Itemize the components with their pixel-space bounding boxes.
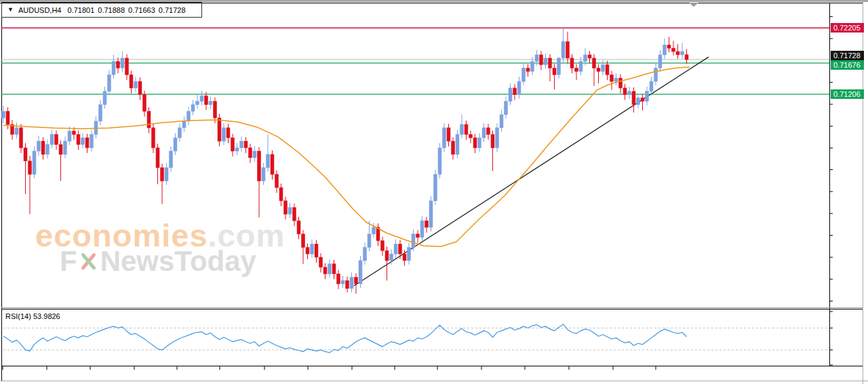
resistance-price-label: 0.72205: [831, 23, 864, 33]
symbol-label: AUDUSD,H4: [18, 6, 62, 14]
ohlc-close: 0.71728: [159, 6, 186, 14]
chart-title-box: ▼ AUDUSD,H4 0.71801 0.71888 0.71663 0.71…: [1, 2, 202, 18]
ohlc-low: 0.71663: [128, 6, 155, 14]
rsi-caption: RSI(14) 53.9826: [5, 312, 60, 320]
symbol-dropdown-icon[interactable]: ▼: [7, 7, 14, 13]
rsi-value: 53.9826: [33, 312, 60, 320]
ohlc-high: 0.71888: [98, 6, 125, 14]
support1-price-label: 0.71676: [831, 60, 864, 70]
current-price-label: 0.71728: [831, 51, 864, 60]
time-scale[interactable]: 2 Mar 20264 Mar 16:009 Mar 08:0012 Mar 0…: [0, 366, 829, 381]
rsi-name: RSI(14): [5, 312, 31, 320]
chart-shift-marker-icon: [689, 3, 698, 7]
chart-surface[interactable]: [0, 0, 868, 384]
ohlc-open: 0.71801: [68, 6, 95, 14]
mt4-chart-window: { "window": { "title_symbol": "AUDUSD,H4…: [0, 0, 868, 384]
support2-price-label: 0.71206: [831, 89, 864, 99]
